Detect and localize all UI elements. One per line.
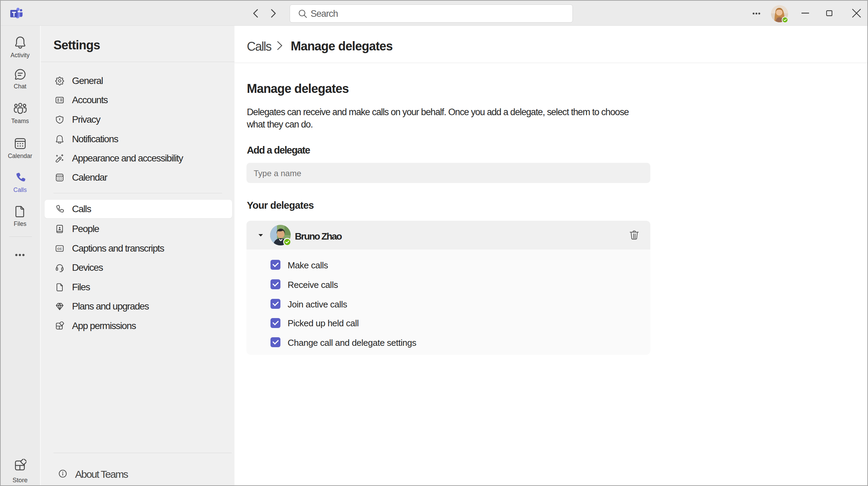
svg-text:CC: CC <box>57 247 62 251</box>
